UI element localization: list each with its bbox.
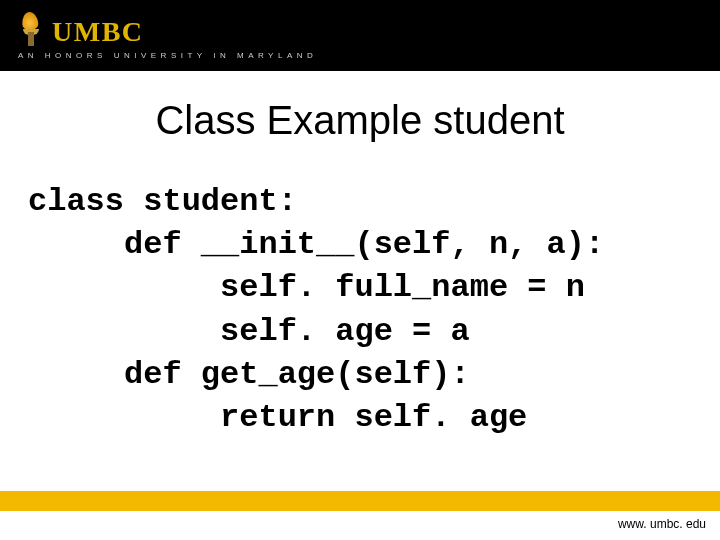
footer-bar [0,491,720,511]
code-line: def get_age(self): [28,356,470,393]
slide-title: Class Example student [0,98,720,143]
slide: UMBC AN HONORS UNIVERSITY IN MARYLAND Cl… [0,0,720,540]
umbc-logo: UMBC [16,12,720,46]
header-bar: UMBC AN HONORS UNIVERSITY IN MARYLAND [0,0,720,71]
code-block: class student: def __init__(self, n, a):… [28,180,604,439]
code-line: self. full_name = n [28,269,585,306]
footer-url: www. umbc. edu [618,517,706,531]
code-line: self. age = a [28,313,470,350]
torch-icon [16,12,46,46]
code-line: return self. age [28,399,527,436]
code-line: class student: [28,183,297,220]
tagline: AN HONORS UNIVERSITY IN MARYLAND [16,51,720,60]
logo-text: UMBC [52,18,144,46]
code-line: def __init__(self, n, a): [28,226,604,263]
